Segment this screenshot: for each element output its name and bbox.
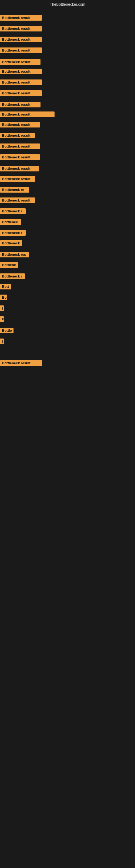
bottleneck-badge-30: Bottle (0, 328, 13, 333)
bottleneck-badge-9: Bottleneck result (0, 102, 41, 107)
bottleneck-badge-6: Bottleneck result (0, 69, 42, 74)
bottleneck-item-16: Bottleneck result (0, 175, 35, 183)
bottleneck-item-4: Bottleneck result (0, 46, 42, 54)
bottleneck-item-10: Bottleneck result (0, 110, 54, 118)
bottleneck-item-3: Bottleneck result (0, 35, 42, 43)
bottleneck-item-18: Bottleneck result (0, 196, 35, 204)
bottleneck-item-30: Bottle (0, 326, 13, 335)
bottleneck-item-19: Bottleneck r (0, 207, 26, 215)
bottleneck-badge-31: | (0, 339, 4, 344)
bottleneck-item-23: Bottleneck res (0, 250, 29, 258)
bottleneck-badge-5: Bottleneck result (0, 59, 41, 65)
bottleneck-item-26: Bott (0, 282, 11, 290)
bottleneck-item-5: Bottleneck result (0, 58, 41, 66)
bottleneck-item-9: Bottleneck result (0, 100, 41, 108)
bottleneck-badge-26: Bott (0, 284, 11, 289)
bottleneck-badge-1: Bottleneck result (0, 15, 42, 21)
bottleneck-item-15: Bottleneck result (0, 164, 39, 173)
bottleneck-item-14: Bottleneck result (0, 153, 40, 161)
bottleneck-item-32: Bottleneck result (0, 359, 42, 367)
bottleneck-item-22: Bottleneck (0, 239, 22, 247)
bottleneck-item-7: Bottleneck result (0, 78, 42, 86)
bottleneck-item-31: | (0, 337, 4, 345)
bottleneck-badge-32: Bottleneck result (0, 360, 42, 366)
bottleneck-badge-10: Bottleneck result (0, 112, 54, 117)
bottleneck-badge-8: Bottleneck result (0, 90, 42, 96)
bottleneck-badge-27: Bo (0, 294, 7, 300)
bottleneck-badge-2: Bottleneck result (0, 26, 42, 31)
bottleneck-item-20: Bottlenec (0, 218, 21, 226)
bottleneck-badge-17: Bottleneck re (0, 187, 29, 193)
bottleneck-item-11: Bottleneck result (0, 120, 40, 129)
bottleneck-item-25: Bottleneck r (0, 272, 25, 280)
bottleneck-badge-13: Bottleneck result (0, 144, 40, 149)
bottleneck-item-21: Bottleneck r (0, 229, 26, 237)
bottleneck-item-6: Bottleneck result (0, 67, 42, 75)
bottleneck-badge-22: Bottleneck (0, 240, 22, 246)
bottleneck-item-2: Bottleneck result (0, 24, 42, 33)
bottleneck-item-28: | (0, 304, 4, 312)
bottleneck-badge-3: Bottleneck result (0, 37, 42, 42)
bottleneck-badge-15: Bottleneck result (0, 166, 39, 172)
bottleneck-badge-18: Bottleneck result (0, 197, 35, 203)
bottleneck-item-13: Bottleneck result (0, 142, 40, 150)
bottleneck-badge-11: Bottleneck result (0, 122, 40, 127)
bottleneck-badge-21: Bottleneck r (0, 230, 26, 236)
bottleneck-badge-29: B (0, 316, 4, 322)
page-container: TheBottlenecker.com Bottleneck resultBot… (0, 0, 135, 868)
site-title: TheBottlenecker.com (0, 0, 135, 8)
bottleneck-item-8: Bottleneck result (0, 89, 42, 97)
bottleneck-item-24: Bottlene (0, 261, 18, 269)
bottleneck-badge-19: Bottleneck r (0, 208, 26, 214)
bottleneck-badge-4: Bottleneck result (0, 48, 42, 53)
bottleneck-badge-25: Bottleneck r (0, 273, 25, 279)
bottleneck-badge-14: Bottleneck result (0, 154, 40, 160)
bottleneck-badge-16: Bottleneck result (0, 176, 35, 182)
bottleneck-badge-12: Bottleneck result (0, 133, 35, 138)
bottleneck-item-27: Bo (0, 293, 7, 301)
bottleneck-badge-24: Bottlene (0, 262, 18, 268)
bottleneck-item-12: Bottleneck result (0, 131, 35, 140)
bottleneck-badge-20: Bottlenec (0, 219, 21, 225)
bottleneck-item-17: Bottleneck re (0, 186, 29, 194)
bottleneck-item-29: B (0, 315, 4, 323)
bottleneck-item-1: Bottleneck result (0, 13, 42, 22)
bottleneck-badge-7: Bottleneck result (0, 80, 42, 85)
bottleneck-badge-23: Bottleneck res (0, 252, 29, 257)
bottleneck-badge-28: | (0, 305, 4, 311)
